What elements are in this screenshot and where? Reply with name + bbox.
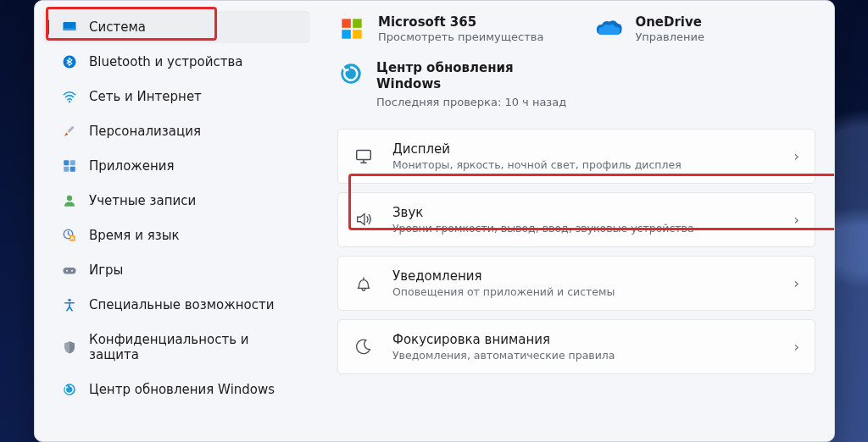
setting-title: Уведомления	[392, 268, 776, 284]
setting-title: Звук	[392, 205, 776, 220]
sidebar-item-label: Специальные возможности	[89, 297, 274, 312]
sidebar-item-apps[interactable]: Приложения	[43, 150, 310, 182]
svg-point-3	[69, 101, 70, 102]
sidebar-item-network[interactable]: Сеть и Интернет	[43, 80, 310, 113]
setting-row-notifications[interactable]: Уведомления Оповещения от приложений и с…	[337, 256, 815, 311]
sidebar-item-accessibility[interactable]: Специальные возможности	[43, 289, 310, 321]
promo-onedrive-title: OneDrive	[635, 14, 704, 30]
promo-m365-sub: Просмотреть преимущества	[378, 30, 543, 43]
sidebar-item-system[interactable]: Система	[43, 11, 310, 43]
brush-icon	[62, 124, 77, 139]
svg-point-16	[68, 299, 70, 301]
promo-m365-title: Microsoft 365	[378, 14, 543, 30]
apps-icon	[62, 158, 77, 174]
settings-sidebar: Система Bluetooth и устройства Сеть и Ин…	[35, 1, 319, 441]
promo-onedrive[interactable]: OneDrive Управление	[594, 14, 704, 43]
chevron-right-icon: ›	[794, 339, 799, 355]
svg-rect-4	[67, 126, 74, 133]
chevron-right-icon: ›	[794, 148, 799, 164]
settings-window: Система Bluetooth и устройства Сеть и Ин…	[34, 0, 835, 442]
sidebar-item-label: Время и язык	[89, 228, 180, 243]
windows-update-block[interactable]: Центр обновления Windows Последняя прове…	[337, 60, 815, 108]
sidebar-item-bluetooth[interactable]: Bluetooth и устройства	[43, 46, 310, 78]
accessibility-icon	[62, 297, 77, 312]
clock-language-icon: A	[62, 228, 77, 243]
windows-update-title: Центр обновления Windows	[376, 60, 520, 92]
svg-rect-23	[357, 151, 371, 160]
sidebar-item-personalization[interactable]: Персонализация	[43, 115, 310, 147]
svg-rect-13	[64, 268, 76, 274]
wifi-icon	[62, 89, 77, 104]
sidebar-item-label: Учетные записи	[89, 193, 196, 208]
promo-row: Microsoft 365 Просмотреть преимущества O…	[337, 14, 815, 43]
chevron-right-icon: ›	[794, 212, 799, 228]
svg-rect-5	[64, 160, 69, 165]
svg-rect-7	[64, 167, 69, 172]
onedrive-icon	[594, 14, 623, 43]
sidebar-item-windows-update[interactable]: Центр обновления Windows	[43, 373, 310, 406]
sidebar-item-label: Сеть и Интернет	[89, 89, 202, 104]
sidebar-item-label: Bluetooth и устройства	[89, 54, 242, 69]
setting-row-sound[interactable]: Звук Уровни громкости, вывод, ввод, звук…	[337, 192, 815, 247]
speaker-icon	[353, 209, 374, 229]
svg-rect-8	[70, 167, 75, 172]
setting-title: Дисплей	[392, 141, 776, 157]
sidebar-item-privacy[interactable]: Конфиденциальность и защита	[43, 323, 310, 371]
promo-onedrive-sub: Управление	[635, 30, 704, 43]
setting-title: Фокусировка внимания	[392, 332, 776, 347]
sidebar-item-label: Приложения	[89, 158, 175, 174]
windows-update-icon	[62, 382, 77, 397]
svg-point-9	[67, 196, 72, 201]
display-icon	[62, 19, 77, 35]
shield-icon	[62, 340, 77, 355]
sidebar-item-accounts[interactable]: Учетные записи	[43, 185, 310, 217]
svg-rect-18	[342, 19, 351, 27]
svg-rect-19	[353, 19, 362, 27]
svg-rect-1	[64, 29, 76, 30]
setting-row-display[interactable]: Дисплей Мониторы, яркость, ночной свет, …	[337, 129, 815, 184]
user-icon	[62, 193, 77, 208]
chevron-right-icon: ›	[794, 275, 799, 291]
sidebar-item-time-language[interactable]: A Время и язык	[43, 219, 310, 251]
windows-update-icon	[337, 60, 364, 87]
bell-icon	[353, 273, 374, 293]
sidebar-item-label: Персонализация	[89, 124, 201, 139]
sidebar-item-label: Центр обновления Windows	[89, 382, 275, 397]
svg-rect-6	[70, 160, 75, 165]
settings-main: Microsoft 365 Просмотреть преимущества O…	[319, 1, 834, 441]
setting-sub: Оповещения от приложений и системы	[392, 285, 776, 298]
moon-icon	[353, 336, 374, 356]
monitor-icon	[353, 146, 374, 166]
sidebar-item-label: Конфиденциальность и защита	[89, 332, 300, 362]
bluetooth-icon	[62, 54, 77, 69]
svg-rect-20	[342, 30, 351, 38]
setting-sub: Мониторы, яркость, ночной свет, профиль …	[392, 158, 776, 171]
gamepad-icon	[62, 262, 77, 278]
sidebar-item-gaming[interactable]: Игры	[43, 254, 310, 286]
setting-sub: Уровни громкости, вывод, ввод, звуковые …	[392, 222, 776, 235]
promo-m365[interactable]: Microsoft 365 Просмотреть преимущества	[337, 14, 543, 43]
m365-icon	[337, 14, 366, 43]
setting-sub: Уведомления, автоматические правила	[392, 349, 776, 362]
windows-update-sub: Последняя проверка: 10 ч назад	[376, 96, 566, 108]
svg-point-15	[71, 270, 73, 272]
svg-point-14	[66, 270, 68, 272]
sidebar-item-label: Игры	[89, 262, 123, 278]
sidebar-item-label: Система	[89, 19, 146, 35]
svg-rect-21	[353, 30, 362, 38]
setting-row-focus-assist[interactable]: Фокусировка внимания Уведомления, автома…	[337, 319, 815, 374]
